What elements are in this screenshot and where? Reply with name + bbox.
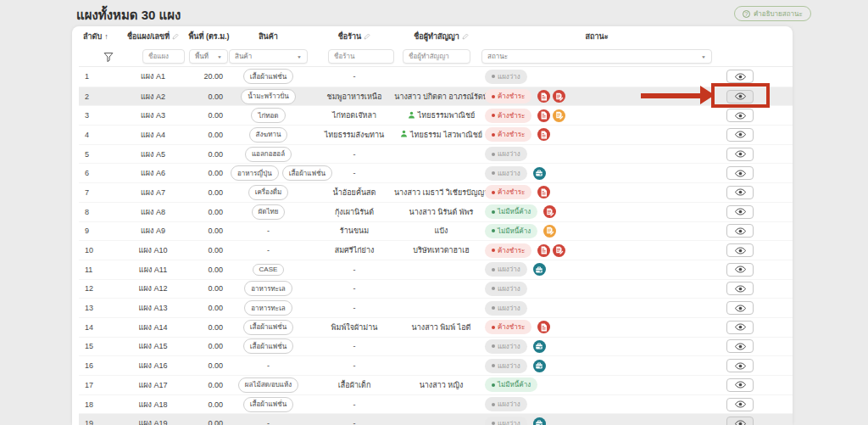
select-placeholder: สถานะ [487,51,508,62]
invoice-icon [537,186,550,199]
filter-funnel-cell [79,52,117,62]
view-details-button[interactable] [726,263,754,277]
table-row: 4 แผง A4 0.00 สังฆทาน ไทยธรรมสังฆทาน ไทย… [79,125,793,144]
status-badge: ค้างชำระ [485,243,531,258]
contractor-name: นางสาว ปกิตตา อาภรณ์รัตน์ [401,91,481,103]
row-number: 15 [79,342,117,350]
status-label: ไม่มีหนี้ค้าง [498,206,531,217]
shop-name: สมศรีไก่ย่าง [308,244,401,256]
status-cell: แผงว่าง [481,70,712,84]
view-details-button[interactable] [726,359,754,372]
view-details-button[interactable] [726,70,754,83]
row-number: 17 [79,381,117,389]
column-label: ลำดับ [83,31,102,42]
product-tags: เครื่องดื่ม [229,185,308,200]
status-badge: ค้างชำระ [485,127,531,142]
status-legend-button[interactable]: ? คำอธิบายสถานะ [734,6,811,21]
filter-shop-name-input[interactable] [328,49,394,64]
column-header-area: พื้นที่ (ตร.ม.) [189,31,229,42]
table-row: 6 แผง A6 0.00 อาหารญี่ปุ่นเสื้อผ้าแฟชั่น… [79,163,793,182]
table-row: 5 แผง A5 0.00 แอลกอฮอล์ - แผงว่าง [79,144,793,164]
product-tags: - [229,226,308,235]
stall-area: 0.00 [189,226,229,235]
table-row: 13 แผง A13 0.00 อาหารทะเล - แผงว่าง [79,298,793,317]
shop-name: - [308,342,401,350]
status-dot-icon [492,95,495,98]
table-row: 12 แผง A12 0.00 อาหารทะเล - แผงว่าง [79,279,793,299]
view-details-button[interactable] [726,128,754,142]
eye-icon [735,381,746,389]
person-icon [400,130,408,139]
status-badge: ค้างชำระ [485,320,531,334]
column-header-products: สินค้า [229,31,308,42]
status-dot-icon [492,403,495,406]
status-dot-icon [492,249,495,252]
view-details-button[interactable] [726,166,754,180]
table-row: 8 แผง A8 0.00 ผัดไทย กุ้งเผานิรันด์ นางส… [79,202,793,221]
product-tags: เสื้อผ้าแฟชั่น [229,397,308,412]
stall-area: 0.00 [189,400,229,409]
filter-products-select[interactable]: สินค้า ▼ [229,49,308,64]
status-icons [533,340,548,353]
row-number: 4 [79,131,117,139]
filter-stall-name-input[interactable] [142,49,185,64]
view-details-button[interactable] [726,148,754,161]
status-dot-icon [492,229,495,232]
view-details-button[interactable] [726,339,754,353]
column-header-order[interactable]: ลำดับ ↑ [79,31,117,42]
view-details-button[interactable] [726,398,754,411]
table-row: 7 แผง A7 0.00 เครื่องดื่ม น้ำอ้อยคั้นสด … [79,182,793,202]
stall-area: 0.00 [189,381,229,389]
product-tags: CASE [229,264,308,276]
stall-area: 0.00 [189,150,229,159]
chevron-down-icon: ▼ [701,54,706,59]
view-details-button[interactable] [726,417,754,425]
filter-area-select[interactable]: พื้นที่ ▼ [189,49,228,64]
status-label: ไม่มีหนี้ค้าง [498,226,531,237]
view-details-button[interactable] [726,109,754,122]
product-tags: - [229,361,308,370]
page-title: แผงทั้งหมด 30 แผง [76,5,181,25]
status-dot-icon [492,210,495,214]
status-dot-icon [492,344,495,348]
view-details-button[interactable] [726,243,754,257]
contract-edit-icon [553,109,565,122]
filter-icon[interactable] [103,52,114,62]
table-row: 17 แผง A17 0.00 ผลไม้สด/อบแห้ง เสื้อผ้าเ… [79,375,793,394]
status-icons [533,167,548,180]
view-details-button[interactable] [726,321,754,334]
table-row: 16 แผง A16 0.00 - - แผงว่าง [79,355,793,375]
stall-area: 20.00 [189,72,229,81]
status-badge: ค้างชำระ [485,89,531,103]
view-details-button[interactable] [726,282,754,295]
column-label: ชื่อแผง/เลขที่ [127,31,170,42]
filter-row: พื้นที่ ▼ สินค้า ▼ สถานะ ▼ [79,47,793,67]
column-label: พื้นที่ (ตร.ม.) [188,31,229,42]
view-details-button[interactable] [726,378,754,392]
row-number: 3 [79,111,117,120]
shop-name: ไก่ทอดเจ๊หลา [308,109,401,121]
row-number: 14 [79,323,117,332]
status-dot-icon [492,268,495,271]
view-details-button[interactable] [726,224,754,238]
filter-status-select[interactable]: สถานะ ▼ [481,49,712,64]
column-header-contractor: ชื่อผู้ทำสัญญา [401,31,481,42]
eye-icon [735,150,746,158]
status-label: แผงว่าง [498,148,520,159]
filter-contractor-input[interactable] [403,49,470,64]
row-number: 8 [79,208,117,216]
status-badge: แผงว่าง [485,70,527,84]
stall-name: แผง A10 [117,244,189,256]
view-details-button[interactable] [726,301,754,315]
stall-name: แผง A9 [117,225,189,237]
product-tags: อาหารทะเล [229,300,308,316]
chevron-down-icon: ▼ [297,54,302,59]
column-label: ชื่อร้าน [338,31,362,42]
view-details-button[interactable] [726,205,754,219]
view-details-button[interactable] [726,186,754,199]
status-dot-icon [492,364,495,367]
product-tags: - [229,246,308,254]
sort-asc-icon: ↑ [104,32,108,41]
status-dot-icon [492,171,495,175]
row-number: 1 [79,72,117,81]
